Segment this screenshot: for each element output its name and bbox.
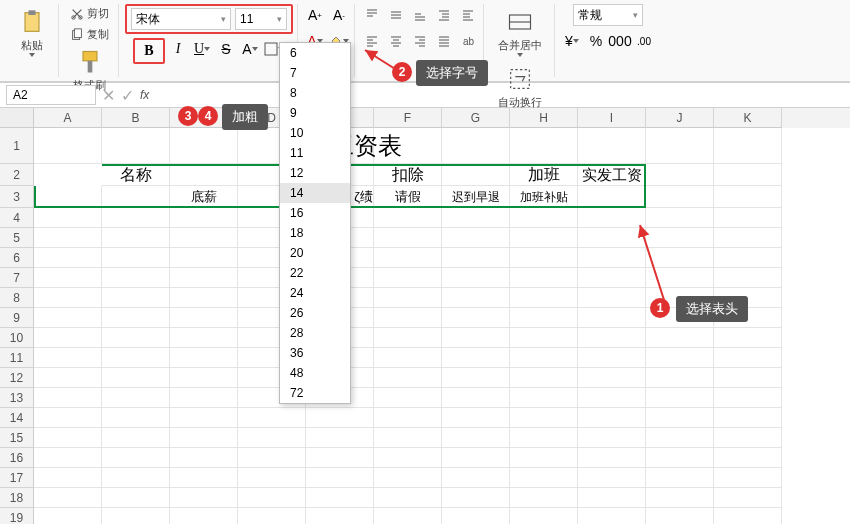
cell[interactable] <box>170 164 238 186</box>
cell[interactable] <box>646 186 714 208</box>
bold-button[interactable]: B <box>138 40 160 62</box>
col-header[interactable]: I <box>578 108 646 128</box>
col-header[interactable]: K <box>714 108 782 128</box>
cell[interactable] <box>442 128 510 164</box>
size-option[interactable]: 28 <box>280 323 350 343</box>
row-header[interactable]: 5 <box>0 228 34 248</box>
strikethrough-button[interactable]: S <box>215 38 237 60</box>
comma-button[interactable]: 000 <box>609 30 631 52</box>
size-option[interactable]: 12 <box>280 163 350 183</box>
decrease-indent-button[interactable] <box>433 4 455 26</box>
cell[interactable]: 工号 <box>34 164 102 186</box>
merge-center-button[interactable]: 合并居中 <box>490 4 550 61</box>
row-header[interactable]: 18 <box>0 488 34 508</box>
row-header[interactable]: 4 <box>0 208 34 228</box>
copy-button[interactable]: 复制 <box>66 25 113 44</box>
align-left-button[interactable] <box>361 30 383 52</box>
cell[interactable] <box>578 186 646 208</box>
size-option[interactable]: 6 <box>280 43 350 63</box>
cell[interactable] <box>34 128 102 164</box>
justify-button[interactable] <box>433 30 455 52</box>
italic-button[interactable]: I <box>167 38 189 60</box>
currency-button[interactable]: ¥ <box>561 30 583 52</box>
name-box[interactable]: A2 <box>6 85 96 105</box>
col-header[interactable]: B <box>102 108 170 128</box>
cell[interactable]: 名称 <box>102 164 170 186</box>
size-option[interactable]: 8 <box>280 83 350 103</box>
size-option[interactable]: 14 <box>280 183 350 203</box>
cell[interactable]: 扣除 <box>374 164 442 186</box>
cell[interactable] <box>714 164 782 186</box>
size-option[interactable]: 9 <box>280 103 350 123</box>
size-option[interactable]: 7 <box>280 63 350 83</box>
increase-font-button[interactable]: A+ <box>304 4 326 26</box>
row-header[interactable]: 12 <box>0 368 34 388</box>
cell[interactable] <box>646 128 714 164</box>
cell[interactable]: 底薪 <box>170 186 238 208</box>
cell[interactable] <box>714 128 782 164</box>
decrease-font-button[interactable]: A- <box>328 4 350 26</box>
row-header[interactable]: 16 <box>0 448 34 468</box>
cell[interactable] <box>102 186 170 208</box>
size-option[interactable]: 26 <box>280 303 350 323</box>
underline-button[interactable]: U <box>191 38 213 60</box>
cell[interactable] <box>510 128 578 164</box>
row-header[interactable]: 2 <box>0 164 34 186</box>
number-format-select[interactable]: 常规 ▾ <box>573 4 643 26</box>
col-header[interactable]: J <box>646 108 714 128</box>
cell[interactable]: 迟到早退 <box>442 186 510 208</box>
row-header[interactable]: 15 <box>0 428 34 448</box>
cell[interactable] <box>34 186 102 208</box>
align-middle-button[interactable] <box>385 4 407 26</box>
select-all-corner[interactable] <box>0 108 34 128</box>
font-size-select[interactable]: 11 ▾ <box>235 8 287 30</box>
row-header[interactable]: 10 <box>0 328 34 348</box>
col-header[interactable]: G <box>442 108 510 128</box>
row-header[interactable]: 11 <box>0 348 34 368</box>
size-option[interactable]: 48 <box>280 363 350 383</box>
cell[interactable] <box>170 128 238 164</box>
row-header[interactable]: 6 <box>0 248 34 268</box>
row-header[interactable]: 3 <box>0 186 34 208</box>
size-option[interactable]: 20 <box>280 243 350 263</box>
size-option[interactable]: 16 <box>280 203 350 223</box>
wrap-text-button[interactable]: 自动换行 <box>490 61 550 114</box>
fx-icon[interactable]: fx <box>140 88 149 102</box>
cell[interactable] <box>714 186 782 208</box>
size-option[interactable]: 36 <box>280 343 350 363</box>
col-header[interactable]: H <box>510 108 578 128</box>
size-option[interactable]: 22 <box>280 263 350 283</box>
cell[interactable]: 请假 <box>374 186 442 208</box>
row-header[interactable]: 1 <box>0 128 34 164</box>
row-header[interactable]: 13 <box>0 388 34 408</box>
align-top-button[interactable] <box>361 4 383 26</box>
cell[interactable] <box>374 128 442 164</box>
fx-confirm-icon[interactable]: ✓ <box>121 86 134 105</box>
paste-button[interactable]: 粘贴 <box>10 4 54 61</box>
cell[interactable]: 加班补贴 <box>510 186 578 208</box>
fx-cancel-icon[interactable]: ✕ <box>102 86 115 105</box>
font-effect-button[interactable]: A <box>239 38 261 60</box>
orientation-button[interactable]: ab <box>457 30 479 52</box>
font-size-dropdown[interactable]: 6 7 8 9 10 11 12 14 16 18 20 22 24 26 28… <box>279 42 351 404</box>
align-center-button[interactable] <box>385 30 407 52</box>
size-option[interactable]: 72 <box>280 383 350 403</box>
cell[interactable]: 加班 <box>510 164 578 186</box>
row-header[interactable]: 7 <box>0 268 34 288</box>
col-header[interactable]: A <box>34 108 102 128</box>
row-header[interactable]: 17 <box>0 468 34 488</box>
cut-button[interactable]: 剪切 <box>66 4 113 23</box>
percent-button[interactable]: % <box>585 30 607 52</box>
col-header[interactable]: F <box>374 108 442 128</box>
align-bottom-button[interactable] <box>409 4 431 26</box>
row-header[interactable]: 8 <box>0 288 34 308</box>
font-name-select[interactable]: 宋体 ▾ <box>131 8 231 30</box>
increase-decimal-button[interactable]: .00 <box>633 30 655 52</box>
align-right-button[interactable] <box>409 30 431 52</box>
cell[interactable] <box>442 164 510 186</box>
cell[interactable]: 实发工资 <box>578 164 646 186</box>
size-option[interactable]: 11 <box>280 143 350 163</box>
row-header[interactable]: 14 <box>0 408 34 428</box>
row-header[interactable]: 19 <box>0 508 34 524</box>
row-header[interactable]: 9 <box>0 308 34 328</box>
